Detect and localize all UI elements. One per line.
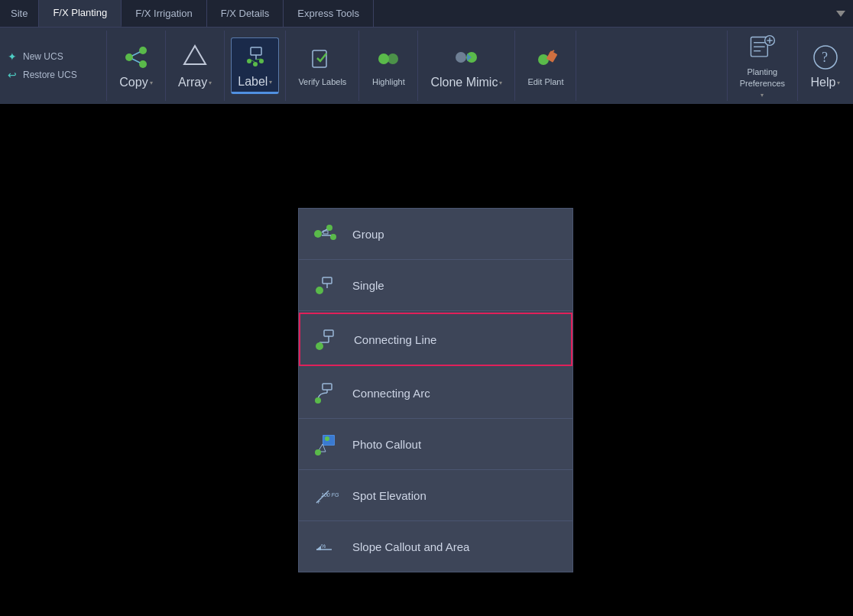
verify-labels-label: Verify Labels — [298, 77, 346, 87]
menu-item-photo-callout[interactable]: Photo Callout — [299, 419, 572, 470]
planting-preferences-label: PlantingPreferences — [740, 66, 785, 89]
svg-point-20 — [538, 54, 549, 65]
svg-point-17 — [456, 52, 466, 63]
svg-point-33 — [326, 225, 332, 231]
new-ucs-button[interactable]: ✦ New UCS — [8, 50, 99, 63]
svg-marker-6 — [184, 46, 206, 64]
menu-item-group[interactable]: Group — [299, 209, 572, 260]
help-icon: ? — [810, 42, 841, 73]
svg-point-16 — [388, 53, 398, 64]
svg-point-1 — [125, 53, 133, 61]
planting-preferences-button[interactable]: PlantingPreferences ▾ — [728, 31, 798, 101]
svg-point-15 — [378, 53, 389, 64]
svg-rect-7 — [251, 47, 261, 55]
svg-point-50 — [325, 436, 329, 441]
svg-point-40 — [316, 287, 323, 294]
array-icon — [180, 42, 210, 73]
ucs-panel: ✦ New UCS ↩ Restore UCS — [0, 31, 107, 101]
highlight-button[interactable]: Highlight — [365, 41, 411, 90]
svg-text:%: % — [321, 543, 326, 549]
label-icon — [240, 41, 271, 72]
menu-item-connecting-line[interactable]: Connecting Line — [299, 313, 572, 366]
edit-plant-button[interactable]: Edit Plant — [521, 41, 569, 90]
tab-site[interactable]: Site — [0, 0, 39, 27]
connecting-arc-icon — [311, 378, 340, 407]
tab-express-tools[interactable]: Express Tools — [284, 0, 374, 27]
tab-bar: Site F/X Planting F/X Irrigation F/X Det… — [0, 0, 853, 28]
ribbon-spacer — [576, 31, 727, 101]
label-dropdown-arrow: ▾ — [269, 79, 272, 86]
svg-rect-38 — [323, 277, 332, 284]
array-group: Array ▾ — [166, 31, 225, 101]
restore-ucs-icon: ↩ — [8, 69, 17, 81]
label-group: Label ▾ — [225, 31, 286, 101]
label-dropdown-menu: Group Single Co — [298, 208, 573, 572]
help-label-row: Help ▾ — [811, 76, 841, 89]
photo-callout-icon — [311, 430, 340, 459]
clone-mimic-label-row: Clone Mimic ▾ — [430, 76, 502, 89]
spot-elevation-icon: 100 FG + — [311, 481, 340, 510]
verify-labels-icon — [307, 44, 338, 74]
copy-dropdown-arrow: ▾ — [150, 79, 153, 86]
connecting-line-label: Connecting Line — [354, 333, 436, 346]
tab-fx-details[interactable]: F/X Details — [207, 0, 284, 27]
svg-point-32 — [314, 230, 322, 238]
tab-fx-planting[interactable]: F/X Planting — [39, 0, 122, 27]
svg-rect-41 — [324, 330, 333, 336]
copy-label: Copy — [119, 76, 148, 89]
menu-item-slope-callout[interactable]: % Slope Callout and Area — [299, 521, 572, 572]
svg-point-47 — [315, 397, 321, 404]
group-icon — [311, 219, 340, 248]
tab-fx-irrigation[interactable]: F/X Irrigation — [122, 0, 206, 27]
array-button[interactable]: Array ▾ — [172, 39, 218, 92]
copy-group: Copy ▾ — [107, 31, 166, 101]
highlight-label: Highlight — [372, 77, 405, 87]
help-dropdown-arrow: ▾ — [837, 79, 840, 86]
copy-label-row: Copy ▾ — [119, 76, 152, 89]
svg-text:?: ? — [822, 50, 828, 65]
edit-plant-icon — [530, 44, 561, 74]
svg-point-3 — [139, 60, 147, 68]
single-label: Single — [352, 279, 384, 292]
tab-scroll-button[interactable] — [829, 0, 853, 27]
copy-icon — [121, 42, 151, 73]
label-label: Label — [238, 75, 268, 89]
edit-plant-label: Edit Plant — [527, 77, 563, 87]
label-label-row: Label ▾ — [238, 75, 272, 89]
svg-point-11 — [259, 59, 264, 63]
array-label: Array — [178, 76, 207, 89]
svg-point-44 — [316, 342, 323, 350]
edit-plant-group: Edit Plant — [515, 31, 576, 101]
ribbon: Site F/X Planting F/X Irrigation F/X Det… — [0, 0, 853, 104]
clone-mimic-icon — [451, 42, 482, 73]
photo-callout-label: Photo Callout — [352, 438, 421, 451]
svg-text:+: + — [316, 498, 320, 506]
svg-point-2 — [139, 47, 147, 54]
restore-ucs-label: Restore UCS — [23, 70, 77, 80]
svg-rect-14 — [313, 50, 326, 67]
clone-mimic-group: Clone Mimic ▾ — [418, 31, 515, 101]
connecting-line-icon — [313, 325, 342, 354]
help-button[interactable]: ? Help ▾ — [798, 31, 853, 101]
planting-preferences-dropdown-arrow: ▾ — [761, 92, 764, 99]
menu-item-connecting-arc[interactable]: Connecting Arc — [299, 368, 572, 419]
svg-point-52 — [315, 449, 321, 456]
slope-callout-icon: % — [311, 532, 340, 561]
copy-button[interactable]: Copy ▾ — [113, 39, 159, 92]
single-icon — [311, 271, 340, 300]
new-ucs-label: New UCS — [23, 51, 63, 62]
clone-mimic-button[interactable]: Clone Mimic ▾ — [424, 39, 508, 92]
spot-elevation-label: Spot Elevation — [352, 489, 426, 502]
menu-item-spot-elevation[interactable]: 100 FG + Spot Elevation — [299, 470, 572, 521]
main-content: Group Single Co — [0, 104, 853, 616]
verify-labels-button[interactable]: Verify Labels — [292, 41, 352, 90]
highlight-group: Highlight — [359, 31, 418, 101]
svg-point-10 — [253, 62, 258, 66]
connecting-arc-label: Connecting Arc — [352, 387, 430, 400]
help-label: Help — [811, 76, 836, 89]
restore-ucs-button[interactable]: ↩ Restore UCS — [8, 69, 99, 81]
label-button[interactable]: Label ▾ — [231, 37, 279, 94]
menu-item-single[interactable]: Single — [299, 260, 572, 311]
slope-callout-label: Slope Callout and Area — [352, 540, 469, 553]
svg-point-34 — [330, 234, 336, 240]
